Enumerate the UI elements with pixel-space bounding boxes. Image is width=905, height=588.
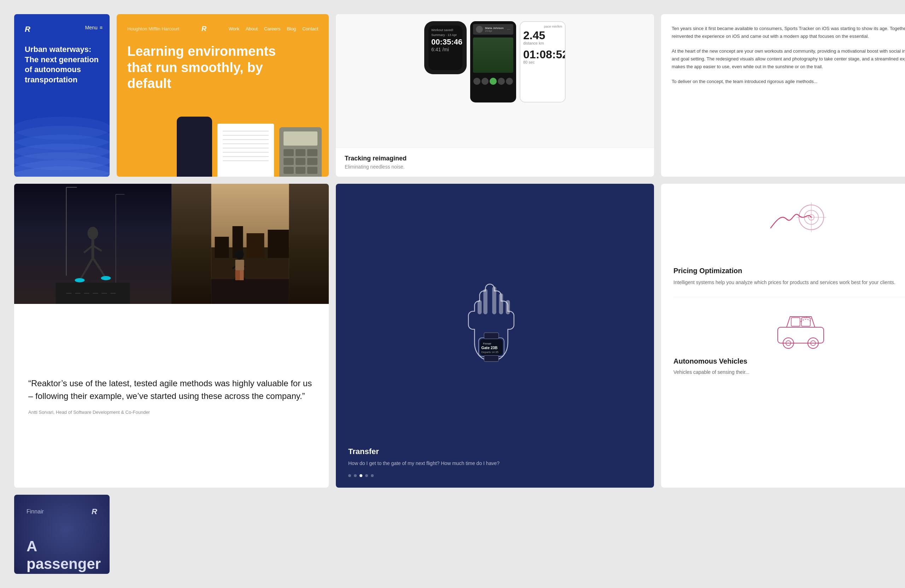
quote-author: Antti Sorvari, Head of Software Developm… [28,410,314,415]
svg-line-17 [86,258,93,270]
svg-line-20 [100,269,105,277]
svg-point-30 [235,249,244,259]
nav-careers[interactable]: Careers [264,26,280,32]
desc-para-3: To deliver on the concept, the team intr… [672,78,905,86]
svg-text:Departs 14:35: Departs 14:35 [481,350,499,354]
device-calculator [279,127,322,177]
dot-5 [371,474,374,477]
photo-street [171,184,329,304]
phone-dark: Maria Johnson 23 Apr ⋯ [470,21,516,103]
card-tracking: Workout saved! Summary · 13 Apr 00:35:46… [336,14,654,177]
svg-rect-28 [268,230,289,258]
main-container: R Menu ≡ Urban waterways: The next gener… [0,0,905,588]
card-finnair: Finnair R A passenger Peace of Mi... [14,495,110,574]
svg-point-22 [101,276,111,280]
transfer-desc: How do I get to the gate of my next flig… [348,460,641,467]
nav-work[interactable]: Work [229,26,239,32]
carousel-dots [348,474,641,477]
phone-light-screen: pace min/km 2.45 distance km 01:08:52 80… [520,22,565,102]
card-description: Ten years since it first became availabl… [661,14,905,177]
svg-text:Finnair: Finnair [483,342,491,345]
menu-button[interactable]: Menu ≡ [85,25,103,30]
feed-image [473,38,513,73]
calc-buttons [284,149,318,174]
watch-screen: Workout saved! Summary · 13 Apr 00:35:46… [429,25,462,70]
learning-brand: Houghton Mifflin Harcourt [127,26,179,32]
photo-runner [14,184,171,304]
svg-point-6 [14,117,110,140]
nav-about[interactable]: About [246,26,258,32]
pricing-illustration [673,196,905,260]
pricing-desc: Intelligent systems help you analyze whi… [673,279,905,286]
smartwatch: Workout saved! Summary · 13 Apr 00:35:46… [424,21,467,74]
svg-rect-38 [240,270,244,280]
tracking-info: Tracking reimagined Eliminating needless… [336,147,654,177]
dot-2 [354,474,357,477]
calc-screen [284,132,318,146]
nav-contact[interactable]: Contact [302,26,318,32]
vehicles-section: Autonomous Vehicles Vehicles capable of … [673,297,905,376]
urban-logo: R [25,25,30,34]
device-phone [177,117,212,177]
svg-line-18 [93,258,100,269]
street-scene [171,184,329,304]
svg-point-13 [88,227,98,239]
card-quote: “Reaktor’s use of the latest, tested agi… [14,184,329,488]
dot-3 [359,474,362,477]
night-scene [14,184,171,304]
menu-label: Menu [85,25,98,30]
phone-dark-screen: Maria Johnson 23 Apr ⋯ [470,21,516,103]
card-learning: Houghton Mifflin Harcourt R Work About C… [117,14,329,177]
svg-rect-40 [484,333,499,339]
desc-para-2: At the heart of the new concept are your… [672,48,905,71]
tracking-subtitle: Eliminating needless noise. [345,164,645,170]
finnair-orb [14,495,110,574]
phone-light: pace min/km 2.45 distance km 01:08:52 80… [520,21,566,103]
photos-row [14,184,329,304]
transfer-title: Transfer [348,447,641,456]
desc-para-1: Ten years since it first became availabl… [672,25,905,40]
devices-illustration [177,117,322,177]
feed-header: Maria Johnson 23 Apr ⋯ [473,24,513,35]
svg-rect-41 [484,355,499,361]
hamburger-icon: ≡ [100,25,103,30]
svg-rect-51 [778,327,824,343]
watch-pace: 6:41 /mi [431,47,460,52]
svg-point-21 [75,278,85,282]
quote-text: “Reaktor’s use of the latest, tested agi… [28,377,314,403]
vehicles-illustration [673,306,905,352]
svg-rect-29 [211,279,289,304]
vehicles-desc: Vehicles capable of sensing their... [673,368,905,376]
nav-icon-4 [498,78,505,85]
nav-blog[interactable]: Blog [287,26,296,32]
svg-rect-27 [247,233,264,258]
stats-time: 01:08:52 [523,49,562,60]
svg-text:Gate 23B: Gate 23B [481,345,498,349]
svg-rect-37 [235,270,240,280]
stats-label-1: distance km [523,41,562,45]
learning-nav: Houghton Mifflin Harcourt R Work About C… [127,25,318,33]
svg-rect-53 [802,318,810,326]
phone-nav [473,76,513,87]
watch-time: 00:35:46 [431,38,460,47]
svg-rect-52 [791,318,800,326]
pricing-title: Pricing Optimization [673,267,905,275]
svg-rect-36 [235,260,244,270]
paper-lines [218,124,274,172]
dot-4 [365,474,368,477]
nav-icon-3 [490,78,497,85]
transfer-illustration: Finnair Gate 23B Departs 14:35 [348,198,641,440]
nav-icon-5 [506,78,513,85]
nav-icon-1 [473,78,480,85]
svg-rect-25 [215,237,229,258]
learning-logo: R [202,25,206,33]
vehicles-title: Autonomous Vehicles [673,357,905,365]
tracking-title: Tracking reimagined [345,155,645,162]
dot-1 [348,474,351,477]
svg-line-19 [81,270,86,279]
card-urban: R Menu ≡ Urban waterways: The next gener… [14,14,110,177]
waves-decoration [14,99,110,177]
quote-section: “Reaktor’s use of the latest, tested agi… [14,304,329,488]
device-papers [218,124,274,177]
stats-distance: 2.45 [523,30,562,41]
